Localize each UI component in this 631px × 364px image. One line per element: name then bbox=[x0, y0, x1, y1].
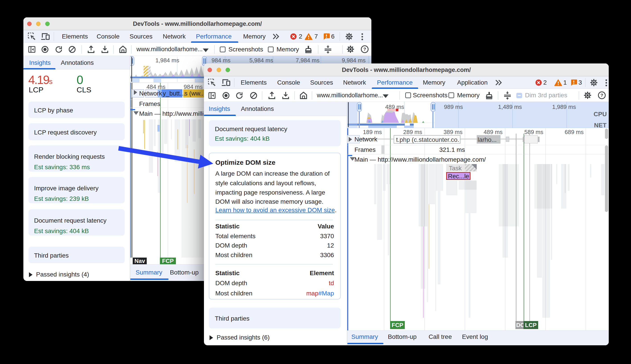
svg-text:?: ? bbox=[363, 46, 366, 52]
svg-text:?: ? bbox=[600, 92, 604, 98]
